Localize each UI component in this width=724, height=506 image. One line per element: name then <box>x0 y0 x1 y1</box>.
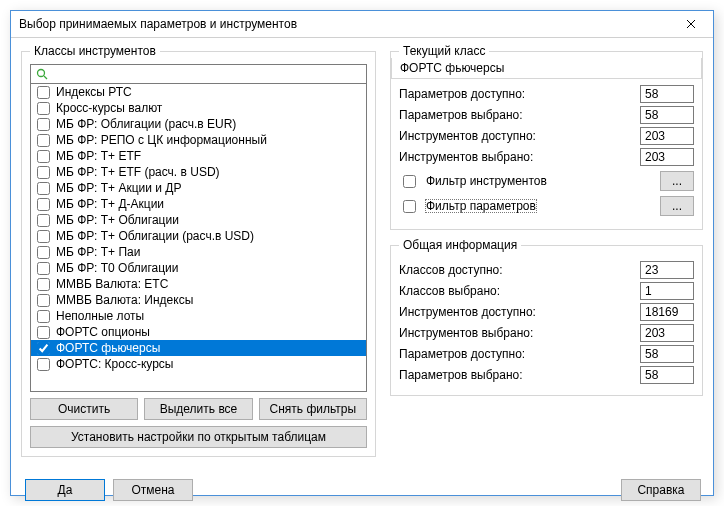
current-class-groupbox: Текущий класс ФОРТС фьючерсы Параметров … <box>390 44 703 230</box>
list-item[interactable]: МБ ФР: T+ ETF <box>31 148 366 164</box>
gen-instr-selected-value: 203 <box>640 324 694 342</box>
current-class-legend: Текущий класс <box>399 44 489 58</box>
gen-params-available-value: 58 <box>640 345 694 363</box>
params-available-label: Параметров доступно: <box>399 87 640 101</box>
filter-params-ellipsis-button[interactable]: ... <box>660 196 694 216</box>
list-item-label: МБ ФР: T+ Облигации (расч.в USD) <box>56 229 254 243</box>
list-item-label: ФОРТС опционы <box>56 325 150 339</box>
list-item[interactable]: МБ ФР: Облигации (расч.в EUR) <box>31 116 366 132</box>
list-item-checkbox[interactable] <box>37 294 50 307</box>
list-item-label: МБ ФР: T+ Паи <box>56 245 140 259</box>
list-item-checkbox[interactable] <box>37 262 50 275</box>
gen-classes-available-label: Классов доступно: <box>399 263 640 277</box>
list-item-label: МБ ФР: T+ Акции и ДР <box>56 181 181 195</box>
list-item[interactable]: МБ ФР: T+ Облигации (расч.в USD) <box>31 228 366 244</box>
list-item[interactable]: МБ ФР: T+ Д-Акции <box>31 196 366 212</box>
list-item-label: ММВБ Валюта: Индексы <box>56 293 193 307</box>
list-item-checkbox[interactable] <box>37 310 50 323</box>
list-item-checkbox[interactable] <box>37 230 50 243</box>
search-icon <box>35 67 49 81</box>
window-title: Выбор принимаемых параметров и инструмен… <box>19 17 297 31</box>
list-item-label: ФОРТС: Кросс-курсы <box>56 357 173 371</box>
list-item[interactable]: МБ ФР: T+ ETF (расч. в USD) <box>31 164 366 180</box>
general-info-legend: Общая информация <box>399 238 521 252</box>
classes-listbox[interactable]: Индексы РТСКросс-курсы валютМБ ФР: Облиг… <box>30 84 367 392</box>
list-item-checkbox[interactable] <box>37 134 50 147</box>
list-item-checkbox[interactable] <box>37 246 50 259</box>
list-item-label: ФОРТС фьючерсы <box>56 341 160 355</box>
list-item[interactable]: МБ ФР: T0 Облигации <box>31 260 366 276</box>
current-class-name: ФОРТС фьючерсы <box>391 58 702 79</box>
ok-button[interactable]: Да <box>25 479 105 501</box>
list-item-label: Кросс-курсы валют <box>56 101 162 115</box>
list-item-label: МБ ФР: T+ Облигации <box>56 213 179 227</box>
filter-instruments-checkbox[interactable] <box>403 175 416 188</box>
dialog-window: Выбор принимаемых параметров и инструмен… <box>10 10 714 496</box>
params-selected-value: 58 <box>640 106 694 124</box>
list-item[interactable]: ФОРТС фьючерсы <box>31 340 366 356</box>
clear-button[interactable]: Очистить <box>30 398 138 420</box>
list-item-label: МБ ФР: T+ ETF (расч. в USD) <box>56 165 220 179</box>
instr-available-label: Инструментов доступно: <box>399 129 640 143</box>
gen-instr-available-value: 18169 <box>640 303 694 321</box>
gen-instr-available-label: Инструментов доступно: <box>399 305 640 319</box>
cancel-button[interactable]: Отмена <box>113 479 193 501</box>
list-item-label: МБ ФР: РЕПО с ЦК информационный <box>56 133 267 147</box>
gen-params-selected-label: Параметров выбрано: <box>399 368 640 382</box>
gen-classes-available-value: 23 <box>640 261 694 279</box>
list-item-checkbox[interactable] <box>37 150 50 163</box>
list-item-label: МБ ФР: Облигации (расч.в EUR) <box>56 117 236 131</box>
svg-point-2 <box>38 70 45 77</box>
list-item[interactable]: ММВБ Валюта: Индексы <box>31 292 366 308</box>
list-item[interactable]: МБ ФР: T+ Облигации <box>31 212 366 228</box>
list-item-checkbox[interactable] <box>37 166 50 179</box>
list-item[interactable]: МБ ФР: T+ Паи <box>31 244 366 260</box>
search-input[interactable] <box>49 67 362 81</box>
list-item-checkbox[interactable] <box>37 358 50 371</box>
close-icon[interactable] <box>677 19 705 29</box>
list-item-label: Индексы РТС <box>56 85 132 99</box>
list-item[interactable]: ММВБ Валюта: ETC <box>31 276 366 292</box>
list-item-checkbox[interactable] <box>37 278 50 291</box>
list-item[interactable]: МБ ФР: РЕПО с ЦК информационный <box>31 132 366 148</box>
list-item-checkbox[interactable] <box>37 198 50 211</box>
list-item-checkbox[interactable] <box>37 326 50 339</box>
gen-instr-selected-label: Инструментов выбрано: <box>399 326 640 340</box>
apply-open-tables-button[interactable]: Установить настройки по открытым таблица… <box>30 426 367 448</box>
list-item-label: Неполные лоты <box>56 309 144 323</box>
list-item[interactable]: Индексы РТС <box>31 84 366 100</box>
search-wrap <box>30 64 367 84</box>
list-item[interactable]: Кросс-курсы валют <box>31 100 366 116</box>
list-item[interactable]: ФОРТС опционы <box>31 324 366 340</box>
list-item-checkbox[interactable] <box>37 102 50 115</box>
instr-selected-label: Инструментов выбрано: <box>399 150 640 164</box>
params-selected-label: Параметров выбрано: <box>399 108 640 122</box>
list-item-checkbox[interactable] <box>37 342 50 355</box>
titlebar: Выбор принимаемых параметров и инструмен… <box>11 11 713 38</box>
list-item-checkbox[interactable] <box>37 182 50 195</box>
list-item-checkbox[interactable] <box>37 214 50 227</box>
svg-line-3 <box>44 76 47 79</box>
instr-selected-value: 203 <box>640 148 694 166</box>
list-item-checkbox[interactable] <box>37 118 50 131</box>
list-item[interactable]: МБ ФР: T+ Акции и ДР <box>31 180 366 196</box>
list-item-checkbox[interactable] <box>37 86 50 99</box>
gen-classes-selected-value: 1 <box>640 282 694 300</box>
filter-instruments-label: Фильтр инструментов <box>425 174 548 188</box>
reset-filters-button[interactable]: Снять фильтры <box>259 398 367 420</box>
filter-params-checkbox[interactable] <box>403 200 416 213</box>
classes-legend: Классы инструментов <box>30 44 160 58</box>
filter-params-label: Фильтр параметров <box>425 199 537 213</box>
list-item-label: МБ ФР: T+ Д-Акции <box>56 197 164 211</box>
filter-instruments-ellipsis-button[interactable]: ... <box>660 171 694 191</box>
instr-available-value: 203 <box>640 127 694 145</box>
list-item[interactable]: ФОРТС: Кросс-курсы <box>31 356 366 372</box>
help-button[interactable]: Справка <box>621 479 701 501</box>
list-item[interactable]: Неполные лоты <box>31 308 366 324</box>
params-available-value: 58 <box>640 85 694 103</box>
gen-params-selected-value: 58 <box>640 366 694 384</box>
dialog-footer: Да Отмена Справка <box>11 473 713 506</box>
classes-groupbox: Классы инструментов Индексы РТСКросс-кур… <box>21 44 376 457</box>
select-all-button[interactable]: Выделить все <box>144 398 252 420</box>
gen-classes-selected-label: Классов выбрано: <box>399 284 640 298</box>
